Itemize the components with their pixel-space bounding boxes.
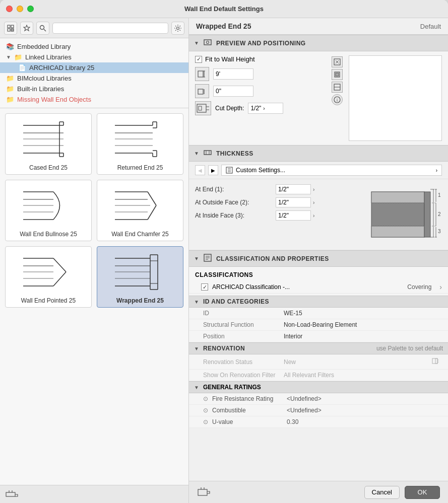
svg-rect-70 (198, 89, 203, 94)
at-end-arrow: › (313, 187, 314, 192)
at-end-input[interactable] (276, 184, 311, 194)
tree-item-linked[interactable]: ▼ 📁 Linked Libraries (0, 52, 188, 62)
tree-item-embedded[interactable]: 📚 Embedded Library (0, 41, 188, 52)
builtin-icon: 📁 (6, 85, 14, 93)
svg-line-49 (53, 272, 66, 286)
archicad-class-row: ✓ ARCHICAD Classification -... Covering … (189, 281, 448, 294)
dialog-window: Wall End Default Settings (0, 0, 448, 503)
ratings-section-chevron[interactable]: ▼ (194, 385, 199, 390)
at-inside-input[interactable] (276, 210, 311, 221)
archicad-class-value: Covering (407, 283, 431, 291)
renovation-status-row: Renovation Status New (189, 354, 448, 370)
svg-text:i: i (337, 98, 338, 103)
preview-section-chevron[interactable]: ▼ (194, 40, 199, 46)
svg-text:2: 2 (438, 211, 441, 217)
preview-wrap: ✓ Fit to Wall Height (195, 55, 442, 141)
grid-item-chamfer[interactable]: Wall End Chamfer 25 (97, 180, 183, 241)
cut-depth-select[interactable]: 1/2" › (248, 103, 283, 114)
svg-rect-73 (199, 106, 202, 110)
main-content: 📚 Embedded Library ▼ 📁 Linked Libraries … (0, 18, 448, 503)
at-end-label: At End (1): (195, 186, 276, 193)
fit-to-wall-checkbox[interactable]: ✓ (195, 56, 202, 63)
thickness-fields: At End (1): › At Outside Face (2): › (195, 184, 355, 224)
thickness-prev-arrow[interactable]: ◀ (195, 165, 205, 175)
id-section-chevron[interactable]: ▼ (194, 299, 199, 305)
thickness-section-chevron[interactable]: ▼ (194, 151, 199, 156)
cased-end-svg (18, 118, 79, 161)
preview-size-icon[interactable] (332, 69, 343, 80)
grid-item-chamfer-preview (97, 180, 183, 231)
archicad-class-checkbox[interactable]: ✓ (201, 283, 208, 291)
tree-item-missing[interactable]: 📁 Missing Wall End Objects (0, 94, 188, 105)
svg-line-6 (44, 29, 46, 31)
settings-gear-button[interactable] (171, 22, 184, 35)
tree-item-archicad[interactable]: 📄 ARCHICAD Library 25 (0, 62, 188, 73)
svg-point-7 (177, 27, 179, 29)
chamfer-end-svg (110, 184, 170, 227)
svg-rect-0 (8, 25, 10, 28)
right-panel-title: Wrapped End 25 (196, 22, 251, 30)
wall-end-grid: Cased End 25 (0, 108, 188, 485)
titlebar: Wall End Default Settings (0, 0, 448, 18)
maximize-button[interactable] (27, 6, 34, 12)
grid-item-returned-preview (97, 114, 183, 164)
tree-item-builtin[interactable]: 📁 Built-in Libraries (0, 84, 188, 94)
minimize-button[interactable] (17, 6, 23, 12)
svg-rect-1 (11, 25, 14, 28)
custom-settings-button[interactable]: Custom Settings... › (221, 165, 442, 176)
preview-align-icon[interactable] (332, 82, 343, 93)
grid-item-chamfer-label: Wall End Chamfer 25 (111, 231, 169, 238)
returned-end-svg (110, 118, 170, 161)
at-end-row: At End (1): › (195, 184, 355, 194)
renovation-section-header: ▼ RENOVATION use Palette to set default (189, 342, 448, 354)
svg-line-48 (53, 258, 66, 272)
preview-zoom-icon[interactable] (332, 56, 343, 67)
grid-item-wrapped[interactable]: Wrapped End 25 (97, 246, 183, 308)
grid-item-bullnose-label: Wall End Bullnose 25 (20, 231, 77, 238)
offset-pos-row (195, 84, 328, 98)
search-input[interactable] (52, 23, 168, 34)
offset-input[interactable] (213, 86, 253, 97)
svg-marker-4 (24, 25, 30, 31)
svg-rect-85 (204, 151, 211, 155)
embedded-library-label: Embedded Library (17, 43, 71, 50)
at-outside-input[interactable] (276, 197, 311, 207)
ratings-section-content: ⊙ Fire Resistance Rating <Undefined> ⊙ C… (189, 393, 448, 428)
grid-item-bullnose[interactable]: Wall End Bullnose 25 (5, 180, 92, 241)
renovation-filter-row: Show On Renovation Filter All Relevant F… (189, 370, 448, 381)
nav-icon (7, 24, 15, 32)
cancel-button[interactable]: Cancel (364, 486, 400, 499)
grid-item-returned[interactable]: Returned End 25 (97, 113, 183, 175)
archicad-library-icon: 📄 (18, 64, 26, 71)
builtin-label: Built-in Libraries (17, 85, 64, 93)
ok-button[interactable]: OK (405, 486, 440, 499)
svg-line-42 (148, 205, 156, 220)
nav-icon-button[interactable] (4, 22, 17, 35)
left-panel: 📚 Embedded Library ▼ 📁 Linked Libraries … (0, 18, 189, 503)
renovation-section-chevron[interactable]: ▼ (194, 346, 199, 351)
close-button[interactable] (6, 6, 13, 12)
at-outside-input-wrap: › (276, 197, 314, 207)
cancel-label: Cancel (372, 488, 392, 496)
svg-rect-64 (204, 40, 211, 45)
preview-info-icon[interactable]: i (332, 94, 343, 105)
dialog-footer: Cancel OK (189, 481, 448, 503)
favorites-icon-button[interactable] (20, 22, 33, 35)
classification-section-chevron[interactable]: ▼ (194, 256, 199, 261)
titlebar-buttons (6, 6, 34, 12)
grid-item-pointed[interactable]: Wall End Pointed 25 (5, 246, 92, 308)
tree-item-bimcloud[interactable]: 📁 BIMcloud Libraries (0, 73, 188, 84)
thickness-next-arrow[interactable]: ▶ (208, 165, 218, 175)
id-row-structural: Structural Function Non-Load-Bearing Ele… (189, 319, 448, 331)
height-input[interactable] (213, 68, 253, 80)
search-icon-button[interactable] (36, 22, 49, 35)
grid-item-cased[interactable]: Cased End 25 (5, 113, 92, 175)
height-pos-row (195, 67, 328, 81)
svg-rect-66 (198, 71, 203, 77)
svg-rect-80 (336, 73, 339, 76)
bimcloud-label: BIMcloud Libraries (17, 75, 72, 82)
footer-left-icon (197, 485, 211, 499)
combustible-value: <Undefined> (287, 407, 322, 414)
cut-depth-row: Cut Depth: 1/2" › (195, 101, 328, 115)
archicad-class-arrow[interactable]: › (439, 283, 442, 291)
